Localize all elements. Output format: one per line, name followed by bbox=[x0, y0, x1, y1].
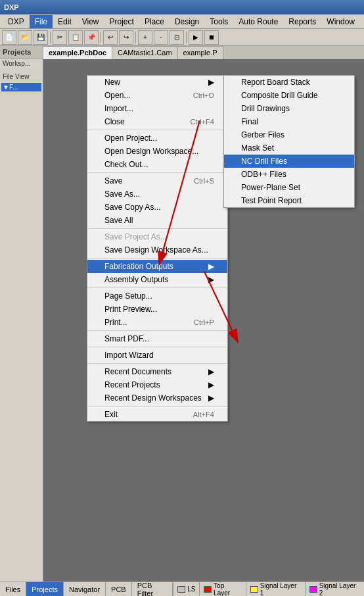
menu-item-smart-pdf-label: Smart PDF... bbox=[104, 334, 149, 343]
menu-place[interactable]: Place bbox=[139, 15, 170, 28]
menu-item-save-as[interactable]: Save As... bbox=[87, 187, 227, 201]
menu-project[interactable]: Project bbox=[104, 15, 139, 28]
menu-item-print-preview-label: Print Preview... bbox=[104, 305, 157, 314]
menu-file[interactable]: File bbox=[30, 15, 53, 28]
toolbar-run[interactable]: ▶ bbox=[189, 30, 203, 45]
canvas-tab-pcbdoc[interactable]: example.PcbDoc bbox=[43, 46, 112, 59]
fab-item-mask[interactable]: Mask Set bbox=[224, 141, 354, 155]
panel-projects-tab[interactable]: Projects bbox=[0, 46, 43, 59]
toolbar-save[interactable]: 💾 bbox=[34, 30, 48, 45]
tree-item-project[interactable]: ▼ F... bbox=[1, 83, 41, 91]
menu-item-recent-workspaces-label: Recent Design Workspaces bbox=[104, 393, 202, 403]
signal-layer2-color bbox=[309, 586, 317, 593]
toolbar-paste[interactable]: 📌 bbox=[84, 30, 99, 45]
menu-item-recent-docs-label: Recent Documents bbox=[104, 367, 171, 376]
divider-4 bbox=[87, 258, 227, 259]
fab-item-gerber[interactable]: Gerber Files bbox=[224, 128, 354, 141]
canvas-area: example.PcbDoc CAMtastic1.Cam example.P … bbox=[43, 46, 364, 582]
menu-window[interactable]: Window bbox=[321, 15, 360, 28]
toolbar-cut[interactable]: ✂ bbox=[53, 30, 67, 45]
fab-item-odb[interactable]: ODB++ Files bbox=[224, 168, 354, 181]
menu-item-recent-workspaces[interactable]: Recent Design Workspaces ▶ bbox=[87, 391, 227, 405]
menu-item-save-all[interactable]: Save All bbox=[87, 214, 227, 227]
menu-item-open-project[interactable]: Open Project... bbox=[87, 132, 227, 145]
fab-item-drill-drawings[interactable]: Drill Drawings bbox=[224, 102, 354, 115]
toolbar-copy[interactable]: 📋 bbox=[68, 30, 83, 45]
toolbar-redo[interactable]: ↪ bbox=[119, 30, 133, 45]
menu-item-open-label: Open... bbox=[104, 91, 130, 100]
menu-design[interactable]: Design bbox=[170, 15, 204, 28]
menu-item-print-preview[interactable]: Print Preview... bbox=[87, 303, 227, 316]
menu-item-close[interactable]: Close Ctrl+F4 bbox=[87, 115, 227, 128]
status-tab-navigator[interactable]: Navigator bbox=[64, 582, 106, 596]
top-layer-indicator: Top Layer bbox=[199, 582, 246, 596]
menu-item-checkout[interactable]: Check Out... bbox=[87, 158, 227, 171]
menu-item-print[interactable]: Print... Ctrl+P bbox=[87, 316, 227, 329]
divider-2 bbox=[87, 172, 227, 173]
canvas-tabs: example.PcbDoc CAMtastic1.Cam example.P bbox=[43, 46, 364, 61]
menu-item-fab-outputs[interactable]: Fabrication Outputs ▶ bbox=[87, 260, 227, 273]
status-bar: Files Projects Navigator PCB PCB Filter … bbox=[0, 582, 364, 596]
menu-item-import-wizard[interactable]: Import Wizard bbox=[87, 349, 227, 362]
fab-item-nc-drill[interactable]: NC Drill Files bbox=[224, 155, 354, 168]
menu-item-print-label: Print... bbox=[104, 318, 127, 327]
title-bar: DXP bbox=[0, 0, 364, 14]
menu-view[interactable]: View bbox=[77, 15, 104, 28]
divider-9 bbox=[87, 406, 227, 407]
save-shortcut: Ctrl+S bbox=[194, 177, 214, 185]
toolbar-zoom-in[interactable]: + bbox=[138, 30, 152, 45]
menu-item-page-setup[interactable]: Page Setup... bbox=[87, 289, 227, 303]
signal-layer2-label: Signal Layer 2 bbox=[319, 582, 360, 597]
canvas-tab-example[interactable]: example.P bbox=[178, 46, 223, 59]
menu-item-save-project: Save Project As... bbox=[87, 230, 227, 243]
fab-item-composite-drill[interactable]: Composite Drill Guide bbox=[224, 89, 354, 102]
toolbar-sep3 bbox=[135, 32, 136, 43]
toolbar-zoom-fit[interactable]: ⊡ bbox=[170, 30, 184, 45]
toolbar-stop[interactable]: ⏹ bbox=[204, 30, 219, 45]
file-menu-dropdown[interactable]: New ▶ Open... Ctrl+O Import... Close Ctr… bbox=[87, 75, 228, 422]
menu-item-open-workspace[interactable]: Open Design Workspace... bbox=[87, 145, 227, 158]
menu-item-save[interactable]: Save Ctrl+S bbox=[87, 174, 227, 187]
fab-item-report-board-label: Report Board Stack bbox=[241, 78, 310, 87]
fab-item-power-plane[interactable]: Power-Plane Set bbox=[224, 181, 354, 194]
status-tab-files[interactable]: Files bbox=[0, 582, 26, 596]
menu-item-assembly-outputs[interactable]: Assembly Outputs ▶ bbox=[87, 273, 227, 286]
menu-item-save-copy[interactable]: Save Copy As... bbox=[87, 201, 227, 214]
fab-item-odb-label: ODB++ Files bbox=[241, 170, 286, 179]
menu-item-recent-docs[interactable]: Recent Documents ▶ bbox=[87, 365, 227, 378]
divider-6 bbox=[87, 330, 227, 331]
fab-item-report-board[interactable]: Report Board Stack bbox=[224, 76, 354, 89]
menu-autoroute[interactable]: Auto Route bbox=[233, 15, 283, 28]
menu-item-save-workspace[interactable]: Save Design Workspace As... bbox=[87, 243, 227, 257]
status-tab-pcb[interactable]: PCB bbox=[106, 582, 132, 596]
menu-item-smart-pdf[interactable]: Smart PDF... bbox=[87, 332, 227, 345]
tree-expand-icon: ▼ bbox=[3, 84, 9, 91]
menu-item-exit[interactable]: Exit Alt+F4 bbox=[87, 408, 227, 421]
top-layer-color bbox=[204, 586, 212, 593]
menu-dxp[interactable]: DXP bbox=[3, 15, 30, 28]
menu-tools[interactable]: Tools bbox=[204, 15, 233, 28]
status-tab-pcb-filter[interactable]: PCB Filter bbox=[132, 582, 173, 596]
fab-item-final[interactable]: Final bbox=[224, 115, 354, 128]
divider-8 bbox=[87, 363, 227, 364]
divider-1 bbox=[87, 130, 227, 130]
toolbar-zoom-out[interactable]: - bbox=[154, 30, 168, 45]
fab-item-test-point[interactable]: Test Point Report bbox=[224, 194, 354, 207]
menu-item-new[interactable]: New ▶ bbox=[87, 76, 227, 89]
menu-item-recent-projects[interactable]: Recent Projects ▶ bbox=[87, 378, 227, 391]
toolbar: 📄 📂 💾 ✂ 📋 📌 ↩ ↪ + - ⊡ ▶ ⏹ bbox=[0, 29, 364, 46]
menu-reports[interactable]: Reports bbox=[283, 15, 321, 28]
arrow-new: ▶ bbox=[208, 78, 214, 87]
arrow-recent-projects: ▶ bbox=[208, 380, 214, 389]
menu-edit[interactable]: Edit bbox=[53, 15, 77, 28]
menu-item-save-label: Save bbox=[104, 176, 122, 186]
toolbar-new[interactable]: 📄 bbox=[2, 30, 16, 45]
toolbar-open[interactable]: 📂 bbox=[18, 30, 32, 45]
menu-item-open[interactable]: Open... Ctrl+O bbox=[87, 89, 227, 102]
menu-item-import[interactable]: Import... bbox=[87, 102, 227, 115]
arrow-assembly: ▶ bbox=[208, 275, 214, 284]
fab-submenu[interactable]: Report Board Stack Composite Drill Guide… bbox=[223, 75, 355, 208]
toolbar-undo[interactable]: ↩ bbox=[103, 30, 118, 45]
status-tab-projects[interactable]: Projects bbox=[26, 582, 64, 596]
canvas-tab-cam[interactable]: CAMtastic1.Cam bbox=[112, 46, 178, 59]
